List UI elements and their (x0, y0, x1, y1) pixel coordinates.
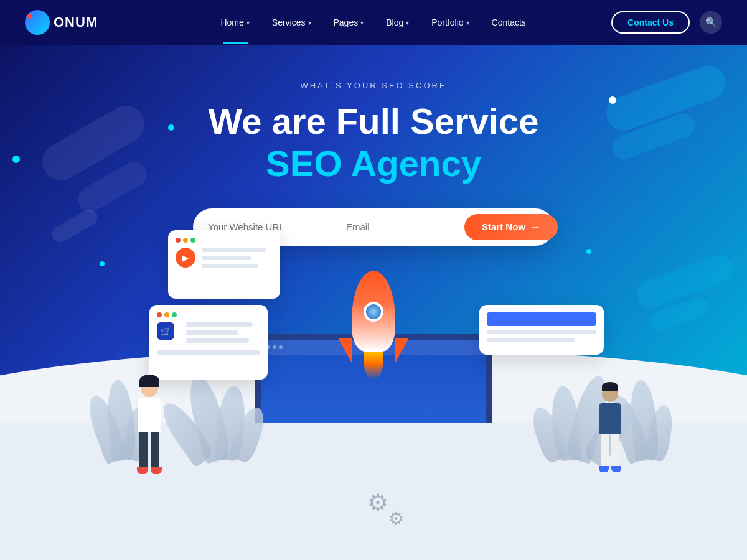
chevron-down-icon: ▾ (247, 19, 250, 26)
dot-red (157, 312, 162, 317)
logo[interactable]: ONUM (25, 10, 98, 35)
panel-right (479, 305, 604, 355)
character-right (585, 386, 635, 498)
gear-icon-large: ⚙ (367, 489, 388, 516)
nav-item-blog[interactable]: Blog ▾ (386, 17, 409, 27)
start-now-label: Start Now (482, 222, 525, 232)
hero-content: WHAT`S YOUR SEO SCORE We are Full Servic… (0, 81, 747, 246)
hero-title-line2: SEO Agency (266, 144, 481, 184)
chevron-down-icon: ▾ (466, 19, 469, 26)
dot-yellow (164, 312, 169, 317)
play-icon[interactable]: ▶ (176, 248, 195, 268)
panel-blue-block (487, 312, 596, 326)
start-now-button[interactable]: Start Now → (464, 214, 558, 240)
dot-green (190, 238, 195, 243)
header: ONUM Home ▾ Services ▾ Pages ▾ Blog ▾ Po… (0, 0, 747, 45)
header-actions: Contact Us 🔍 (611, 11, 722, 34)
logo-icon (25, 10, 50, 35)
panel-line (202, 256, 251, 260)
character-left (121, 380, 177, 504)
dot-green (172, 312, 177, 317)
rocket-fin-right (395, 338, 409, 363)
gear-icon-small: ⚙ (388, 508, 404, 529)
panel-dots-1 (176, 238, 273, 243)
nav-label-pages: Pages (334, 17, 359, 27)
panel-line (487, 330, 596, 334)
nav-item-services[interactable]: Services ▾ (272, 17, 311, 27)
search-button[interactable]: 🔍 (700, 11, 722, 34)
nav-item-home[interactable]: Home ▾ (220, 17, 249, 27)
panel-line (202, 264, 258, 268)
nav-label-services: Services (272, 17, 306, 27)
panel-dots-2 (157, 312, 260, 317)
decor-dot-r2 (586, 249, 591, 254)
rocket (352, 271, 395, 380)
nav-item-contacts[interactable]: Contacts (492, 17, 526, 27)
rocket-fin-left (338, 338, 352, 363)
panel-line (157, 350, 260, 355)
logo-dot (27, 14, 32, 19)
rocket-flame (364, 348, 383, 380)
nav-item-pages[interactable]: Pages ▾ (334, 17, 364, 27)
chevron-down-icon: ▾ (406, 19, 409, 26)
panel-line (186, 330, 238, 335)
nav-label-contacts: Contacts (492, 17, 526, 27)
dot-red (176, 238, 181, 243)
logo-text: ONUM (54, 14, 98, 30)
cart-icon: 🛒 (157, 322, 174, 340)
contact-us-button[interactable]: Contact Us (611, 11, 690, 34)
nav-label-home: Home (220, 17, 243, 27)
panel-line (202, 248, 266, 252)
dot-yellow (183, 238, 188, 243)
decor-dot-2 (100, 261, 105, 266)
hero-subtitle: WHAT`S YOUR SEO SCORE (300, 81, 446, 90)
panel-line (186, 338, 249, 343)
arrow-right-icon: → (530, 222, 540, 233)
chevron-down-icon: ▾ (308, 19, 311, 26)
chevron-down-icon: ▾ (360, 19, 364, 26)
rocket-window (364, 302, 383, 322)
nav-label-blog: Blog (386, 17, 403, 27)
search-icon: 🔍 (705, 17, 717, 28)
panel-cart: 🛒 (149, 305, 268, 380)
rocket-body (352, 271, 395, 352)
nav-label-portfolio: Portfolio (431, 17, 463, 27)
panel-line (487, 338, 575, 342)
email-input[interactable] (346, 222, 464, 232)
panel-video: ▶ (168, 230, 280, 299)
nav-item-portfolio[interactable]: Portfolio ▾ (431, 17, 469, 27)
panel-line (186, 322, 253, 327)
hero-title-line1: We are Full Service (209, 101, 539, 141)
main-nav: Home ▾ Services ▾ Pages ▾ Blog ▾ Portfol… (135, 17, 611, 27)
